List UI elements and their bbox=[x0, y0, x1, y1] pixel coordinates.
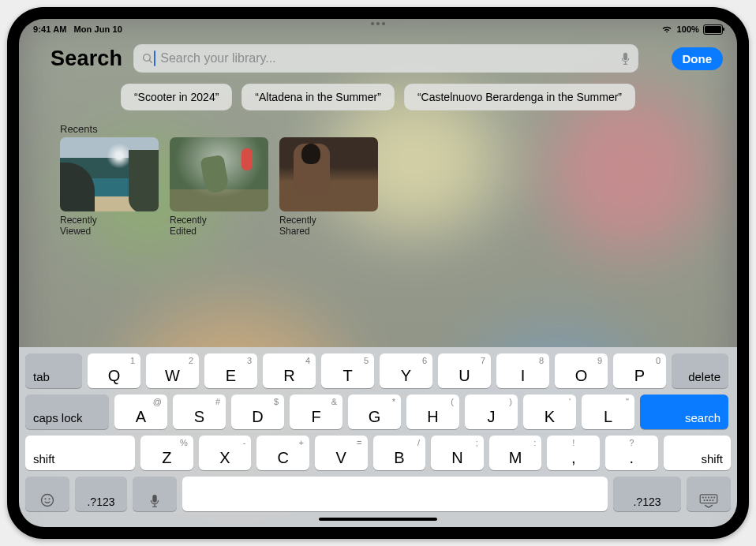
suggestion-chip[interactable]: “Castelnuovo Berardenga in the Summer” bbox=[404, 84, 635, 110]
home-indicator[interactable] bbox=[319, 518, 437, 521]
status-date: Mon Jun 10 bbox=[73, 24, 122, 34]
svg-rect-13 bbox=[705, 497, 707, 499]
key-numsym-right[interactable]: .?123 bbox=[613, 477, 681, 511]
emoji-icon bbox=[39, 492, 55, 508]
key-e[interactable]: 3E bbox=[204, 353, 257, 388]
keyboard-dismiss-icon bbox=[699, 494, 718, 508]
key-numsym-left[interactable]: .?123 bbox=[75, 477, 127, 511]
key-a[interactable]: @A bbox=[114, 395, 167, 429]
key-,[interactable]: !, bbox=[547, 436, 600, 470]
battery-icon bbox=[703, 24, 723, 35]
multitask-dots[interactable] bbox=[19, 22, 737, 25]
svg-point-6 bbox=[45, 498, 47, 499]
key-space[interactable] bbox=[182, 477, 608, 511]
key-z[interactable]: %Z bbox=[140, 436, 193, 470]
dictation-icon[interactable] bbox=[620, 52, 631, 65]
recents-card-edited[interactable]: Recently Edited bbox=[170, 137, 268, 237]
svg-point-5 bbox=[42, 495, 54, 507]
svg-rect-17 bbox=[704, 499, 705, 501]
search-icon bbox=[141, 52, 154, 65]
mic-icon bbox=[149, 494, 160, 508]
key-dictation[interactable] bbox=[133, 477, 177, 511]
key-l[interactable]: "L bbox=[582, 395, 634, 429]
key-.[interactable]: ?. bbox=[605, 436, 658, 470]
key-x[interactable]: -X bbox=[199, 436, 252, 470]
svg-rect-15 bbox=[711, 497, 713, 499]
key-p[interactable]: 0P bbox=[613, 353, 666, 388]
svg-rect-11 bbox=[700, 495, 717, 503]
thumbnail bbox=[279, 137, 378, 211]
key-search[interactable]: search bbox=[640, 395, 728, 429]
status-bar: 9:41 AM Mon Jun 10 100% bbox=[19, 19, 737, 37]
wifi-icon bbox=[661, 24, 672, 32]
svg-rect-14 bbox=[708, 497, 709, 499]
thumbnail bbox=[60, 137, 159, 211]
svg-rect-16 bbox=[713, 497, 715, 499]
key-tab[interactable]: tab bbox=[25, 353, 82, 388]
key-j[interactable]: )J bbox=[465, 395, 518, 429]
recents-card-shared[interactable]: Recently Shared bbox=[279, 137, 378, 237]
key-d[interactable]: $D bbox=[231, 395, 284, 429]
key-delete[interactable]: delete bbox=[672, 353, 728, 388]
status-time: 9:41 AM bbox=[33, 24, 66, 34]
key-w[interactable]: 2W bbox=[146, 353, 199, 388]
svg-rect-12 bbox=[702, 497, 704, 499]
card-label: Recently Viewed bbox=[60, 215, 159, 237]
key-caps-lock[interactable]: caps lock bbox=[25, 395, 109, 429]
svg-point-7 bbox=[49, 498, 51, 499]
key-i[interactable]: 8I bbox=[496, 353, 549, 388]
svg-line-1 bbox=[149, 60, 152, 62]
done-button[interactable]: Done bbox=[672, 47, 724, 70]
key-t[interactable]: 5T bbox=[321, 353, 374, 388]
key-y[interactable]: 6Y bbox=[380, 353, 432, 388]
svg-rect-18 bbox=[706, 499, 708, 501]
search-field[interactable] bbox=[133, 44, 638, 73]
suggestion-chips: “Scooter in 2024” “Altadena in the Summe… bbox=[19, 84, 737, 110]
suggestion-chip[interactable]: “Scooter in 2024” bbox=[121, 84, 232, 110]
key-m[interactable]: :M bbox=[489, 436, 542, 470]
search-input[interactable] bbox=[159, 50, 616, 66]
key-f[interactable]: &F bbox=[290, 395, 342, 429]
page-title: Search bbox=[51, 47, 122, 71]
key-r[interactable]: 4R bbox=[263, 353, 316, 388]
key-n[interactable]: ;N bbox=[431, 436, 484, 470]
svg-rect-19 bbox=[709, 499, 711, 501]
key-emoji[interactable] bbox=[25, 477, 69, 511]
key-q[interactable]: 1Q bbox=[88, 353, 140, 388]
ipad-frame: 9:41 AM Mon Jun 10 100% Search Done bbox=[7, 7, 749, 539]
screen: 9:41 AM Mon Jun 10 100% Search Done bbox=[19, 19, 737, 527]
key-shift-right[interactable]: shift bbox=[664, 436, 731, 470]
svg-rect-8 bbox=[152, 495, 156, 503]
on-screen-keyboard: tab 1Q2W3E4R5T6Y7U8I9O0Pdelete caps lock… bbox=[19, 347, 737, 527]
key-shift-left[interactable]: shift bbox=[25, 436, 135, 470]
key-h[interactable]: (H bbox=[406, 395, 459, 429]
recents-card-viewed[interactable]: Recently Viewed bbox=[60, 137, 159, 237]
key-s[interactable]: #S bbox=[173, 395, 226, 429]
key-k[interactable]: 'K bbox=[523, 395, 576, 429]
svg-rect-20 bbox=[713, 499, 714, 501]
thumbnail bbox=[170, 137, 268, 211]
text-cursor bbox=[154, 50, 155, 66]
key-g[interactable]: *G bbox=[348, 395, 401, 429]
status-battery-pct: 100% bbox=[676, 24, 699, 34]
card-label: Recently Shared bbox=[279, 215, 378, 237]
svg-rect-2 bbox=[623, 52, 627, 59]
key-o[interactable]: 9O bbox=[555, 353, 608, 388]
card-label: Recently Edited bbox=[170, 215, 268, 237]
key-b[interactable]: /B bbox=[373, 436, 426, 470]
key-c[interactable]: +C bbox=[256, 436, 309, 470]
key-v[interactable]: =V bbox=[315, 436, 368, 470]
suggestion-chip[interactable]: “Altadena in the Summer” bbox=[241, 84, 395, 110]
key-u[interactable]: 7U bbox=[438, 353, 491, 388]
key-dismiss-keyboard[interactable] bbox=[687, 477, 731, 511]
section-header-recents: Recents bbox=[60, 123, 737, 135]
